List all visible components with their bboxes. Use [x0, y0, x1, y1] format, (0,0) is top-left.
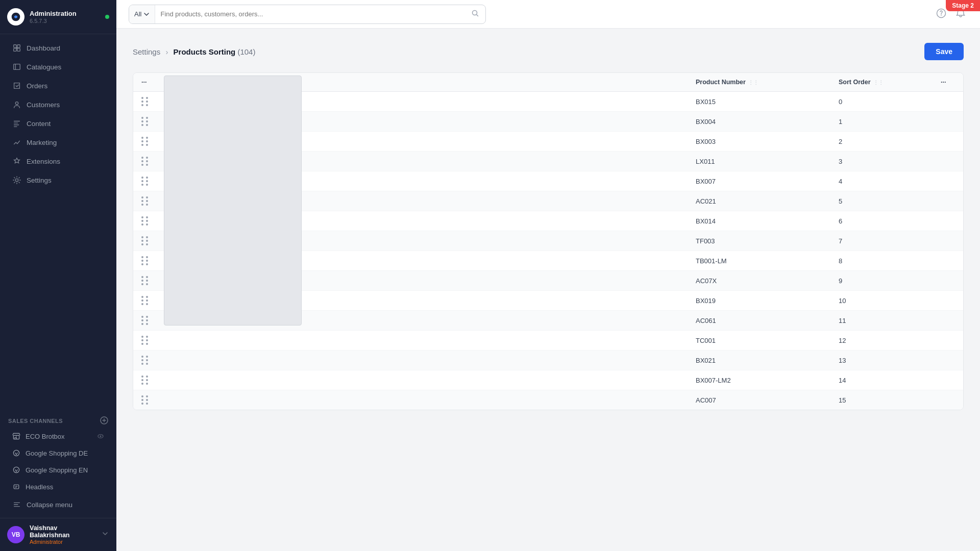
drag-handle-cell: [133, 191, 164, 211]
search-submit-button[interactable]: [465, 5, 485, 23]
row-actions-cell: [933, 152, 963, 171]
sidebar-nav: DashboardCataloguesOrdersCustomersConten…: [0, 34, 116, 410]
sort-order-cell: 1: [830, 112, 933, 132]
svg-rect-4: [17, 45, 20, 47]
sort-order-cell: 5: [830, 191, 933, 211]
svg-point-1: [15, 16, 17, 18]
product-name-cell: [164, 390, 688, 410]
channel-item-eco-brotbox[interactable]: ECO Brotbox: [4, 428, 112, 444]
user-menu-chevron[interactable]: [101, 530, 109, 540]
row-actions-cell: [933, 311, 963, 331]
channel-item-google-shopping-de[interactable]: Google Shopping DE: [4, 445, 112, 461]
drag-handle[interactable]: [141, 296, 150, 305]
drag-handle[interactable]: [141, 395, 150, 405]
drag-handle-cell: [133, 152, 164, 171]
sidebar-item-catalogues[interactable]: Catalogues: [4, 58, 112, 76]
table-row: BX0041: [133, 112, 963, 132]
drag-handle-cell: [133, 231, 164, 251]
save-button[interactable]: Save: [924, 43, 964, 60]
row-actions-cell: [933, 390, 963, 410]
sidebar-item-orders[interactable]: Orders: [4, 77, 112, 95]
channel-item-headless[interactable]: Headless: [4, 479, 112, 495]
product-name-cell: [164, 152, 688, 171]
product-number-cell: BX007-LM2: [688, 370, 830, 390]
product-number-cell: BX015: [688, 92, 830, 112]
drag-handle[interactable]: [141, 276, 150, 285]
table-row: TB001-LM8: [133, 251, 963, 271]
sidebar-header: Administration 6.5.7.3: [0, 0, 116, 34]
sidebar-item-marketing[interactable]: Marketing: [4, 133, 112, 152]
row-actions-cell: [933, 112, 963, 132]
channel-label: Google Shopping EN: [26, 466, 88, 474]
sidebar-item-dashboard[interactable]: Dashboard: [4, 39, 112, 57]
table-row: TC00112: [133, 331, 963, 350]
drag-handle-cell: [133, 291, 164, 311]
drag-handle[interactable]: [141, 117, 150, 126]
online-indicator: [105, 15, 109, 19]
drag-handle[interactable]: [141, 356, 150, 365]
product-name-cell: [164, 251, 688, 271]
product-number-cell: AC061: [688, 311, 830, 331]
product-number-cell: BX021: [688, 350, 830, 370]
drag-handle-cell: [133, 350, 164, 370]
drag-handle[interactable]: [141, 256, 150, 265]
sidebar-item-customers[interactable]: Customers: [4, 95, 112, 114]
sort-icon: ⋮⋮: [748, 80, 758, 85]
sidebar-item-label: Marketing: [27, 139, 57, 146]
table-row: TF0037: [133, 231, 963, 251]
sidebar-item-extensions[interactable]: Extensions: [4, 152, 112, 170]
drag-handle[interactable]: [141, 196, 150, 206]
col-product-name[interactable]: Product Name ⋮⋮: [164, 73, 688, 92]
add-channel-button[interactable]: [100, 416, 108, 425]
sidebar-item-content[interactable]: Content: [4, 114, 112, 133]
drag-handle[interactable]: [141, 177, 150, 186]
sort-order-cell: 12: [830, 331, 933, 350]
search-wrapper: All: [129, 5, 486, 24]
user-role: Administrator: [30, 539, 96, 545]
drag-handle[interactable]: [141, 375, 150, 385]
search-filter-button[interactable]: All: [129, 5, 155, 23]
table-row: BX02113: [133, 350, 963, 370]
table-body: BX0150BX0041BX0032LX0113BX0074AC0215BX01…: [133, 92, 963, 410]
drag-handle[interactable]: [141, 97, 150, 106]
sort-order-cell: 15: [830, 390, 933, 410]
product-name-cell: [164, 370, 688, 390]
page-content: Settings › Products Sorting (104) Save ·…: [116, 29, 980, 551]
row-actions-cell: [933, 132, 963, 152]
col-product-number[interactable]: Product Number ⋮⋮: [688, 73, 830, 92]
channel-label: Google Shopping DE: [26, 449, 88, 457]
sidebar-footer: VB Vaishnav Balakrishnan Administrator: [0, 518, 116, 551]
table-header-row: ··· Product Name ⋮⋮ Product Number ⋮⋮: [133, 73, 963, 92]
drag-handle[interactable]: [141, 157, 150, 166]
channel-item-google-shopping-en[interactable]: Google Shopping EN: [4, 462, 112, 478]
drag-handle[interactable]: [141, 336, 150, 345]
svg-rect-7: [14, 64, 20, 70]
drag-handle[interactable]: [141, 236, 150, 245]
sidebar-item-label: Orders: [27, 82, 47, 90]
app-version: 6.5.7.3: [30, 18, 77, 24]
col-sort-order[interactable]: Sort Order ⋮⋮: [830, 73, 933, 92]
stage-badge: Stage 2: [946, 0, 980, 11]
drag-handle[interactable]: [141, 216, 150, 226]
table-row: AC07X9: [133, 271, 963, 291]
search-input[interactable]: [155, 10, 465, 18]
product-name-cell: [164, 92, 688, 112]
table-row: AC0215: [133, 191, 963, 211]
drag-handle-cell: [133, 331, 164, 350]
product-number-cell: TC001: [688, 331, 830, 350]
product-number-cell: BX004: [688, 112, 830, 132]
product-number-cell: BX003: [688, 132, 830, 152]
sort-order-cell: 13: [830, 350, 933, 370]
channels-list: ECO BrotboxGoogle Shopping DEGoogle Shop…: [0, 428, 116, 495]
drag-handle-cell: [133, 171, 164, 191]
drag-handle[interactable]: [141, 137, 150, 146]
row-actions-cell: [933, 191, 963, 211]
product-count: (104): [237, 47, 255, 56]
collapse-menu-item[interactable]: Collapse menu: [4, 495, 112, 514]
sidebar-item-label: Customers: [27, 101, 60, 109]
drag-handle-cell: [133, 132, 164, 152]
product-number-cell: TB001-LM: [688, 251, 830, 271]
sidebar-item-label: Settings: [27, 177, 52, 184]
sidebar-item-settings[interactable]: Settings: [4, 171, 112, 189]
drag-handle[interactable]: [141, 316, 150, 325]
